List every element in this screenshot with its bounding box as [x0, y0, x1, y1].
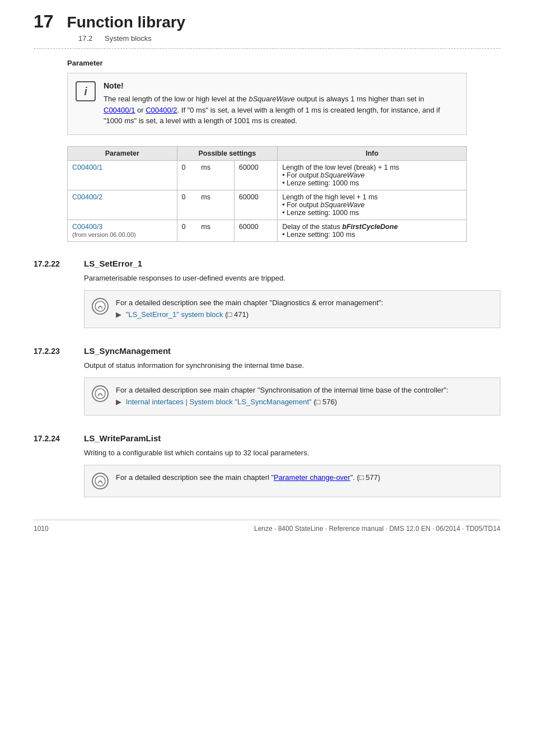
- arrow-icon-23: ▶: [116, 398, 121, 406]
- lenze-logo-22: [92, 298, 109, 315]
- param-sub-3: (from version 06.00.00): [72, 231, 136, 238]
- section-desc-24: Writing to a configurable list which con…: [84, 447, 500, 459]
- info-box-23: For a detailed description see main chap…: [84, 377, 500, 416]
- section-name-23: LS_SyncManagement: [84, 346, 171, 356]
- section-17-2-23: 17.2.23 LS_SyncManagement Output of stat…: [34, 346, 500, 416]
- note-italic: bSquareWave: [249, 95, 294, 103]
- lenze-svg-23: [95, 388, 106, 399]
- section-heading-22: 17.2.22 LS_SetError_1: [34, 259, 500, 268]
- info-link-22: ▶ "LS_SetError_1" system block (□ 471): [116, 310, 249, 319]
- note-text: The real length of the low or high level…: [104, 94, 456, 127]
- lenze-svg-22: [95, 301, 106, 312]
- arrow-icon-22: ▶: [116, 310, 121, 319]
- chapter-header: 17 Function library: [34, 11, 500, 32]
- chapter-title: Function library: [67, 13, 186, 31]
- section-name-22: LS_SetError_1: [84, 259, 142, 268]
- info-content-24: For a detailed description see the main …: [116, 472, 380, 484]
- table-cell-value-2: 0 ms: [177, 190, 234, 220]
- section-desc-23: Output of status information for synchro…: [84, 360, 500, 371]
- page-footer: 1010 Lenze · 8400 StateLine · Reference …: [34, 520, 500, 533]
- table-cell-info-3: Delay of the status bFirstCycleDone • Le…: [278, 220, 467, 241]
- section-desc-22: Parameterisable responses to user-define…: [84, 273, 500, 284]
- section-heading-23: 17.2.23 LS_SyncManagement: [34, 346, 500, 356]
- link-syncmanagement[interactable]: Internal interfaces | System block "LS_S…: [126, 398, 312, 406]
- chapter-number: 17: [34, 11, 54, 32]
- note-box: i Note! The real length of the low or hi…: [67, 73, 467, 135]
- note-content: Note! The real length of the low or high…: [104, 81, 456, 127]
- table-cell-max-3: 60000: [234, 220, 277, 241]
- section-17-2-24: 17.2.24 LS_WriteParamList Writing to a c…: [34, 433, 500, 498]
- subheader-number: 17.2: [78, 34, 92, 43]
- link-paramchangeover[interactable]: Parameter change-over: [274, 473, 350, 482]
- table-cell-param-1: C00400/1: [68, 160, 177, 190]
- info-icon: i: [76, 81, 96, 101]
- parameter-label: Parameter: [67, 59, 500, 67]
- info-content-22: For a detailed description see the main …: [116, 297, 383, 321]
- table-row: C00400/3 (from version 06.00.00) 0 ms 60…: [68, 220, 467, 241]
- table-header-info: Info: [278, 146, 467, 160]
- section-heading-24: 17.2.24 LS_WriteParamList: [34, 433, 500, 443]
- lenze-icon-23: [91, 385, 109, 403]
- info-link-23: ▶ Internal interfaces | System block "LS…: [116, 398, 337, 406]
- table-cell-param-3: C00400/3 (from version 06.00.00): [68, 220, 177, 241]
- section-17-2-22: 17.2.22 LS_SetError_1 Parameterisable re…: [34, 259, 500, 328]
- publication-info: Lenze · 8400 StateLine · Reference manua…: [254, 525, 500, 533]
- page-container: 17 Function library 17.2 System blocks P…: [0, 0, 534, 555]
- table-cell-info-2: Length of the high level + 1 ms • For ou…: [278, 190, 467, 220]
- lenze-icon-24: [91, 472, 109, 490]
- section-divider: [34, 48, 500, 49]
- page-number: 1010: [34, 525, 49, 533]
- link-seterror[interactable]: "LS_SetError_1" system block: [126, 310, 223, 319]
- table-cell-max-2: 60000: [234, 190, 277, 220]
- info-box-24: For a detailed description see the main …: [84, 465, 500, 497]
- note-link-1[interactable]: C00400/1: [104, 106, 135, 114]
- table-cell-info-1: Length of the low level (break) + 1 ms •…: [278, 160, 467, 190]
- subheader-title: System blocks: [105, 34, 152, 43]
- table-row: C00400/1 0 ms 60000 Length of the low le…: [68, 160, 467, 190]
- subheader: 17.2 System blocks: [78, 34, 500, 43]
- lenze-svg-24: [95, 475, 106, 487]
- section-num-22: 17.2.22: [34, 259, 73, 268]
- info-box-22: For a detailed description see the main …: [84, 290, 500, 328]
- table-cell-value-1: 0 ms: [177, 160, 234, 190]
- note-link-2[interactable]: C00400/2: [146, 106, 177, 114]
- info-content-23: For a detailed description see main chap…: [116, 385, 448, 408]
- section-num-24: 17.2.24: [34, 434, 73, 443]
- lenze-logo-24: [92, 473, 109, 489]
- table-cell-max-1: 60000: [234, 160, 277, 190]
- table-header-parameter: Parameter: [68, 146, 177, 160]
- param-link-2[interactable]: C00400/2: [72, 193, 102, 201]
- section-name-24: LS_WriteParamList: [84, 433, 161, 443]
- lenze-icon-22: [91, 297, 109, 315]
- table-row: C00400/2 0 ms 60000 Length of the high l…: [68, 190, 467, 220]
- table-header-possible-settings: Possible settings: [177, 146, 278, 160]
- section-num-23: 17.2.23: [34, 347, 73, 356]
- param-link-1[interactable]: C00400/1: [72, 164, 102, 171]
- lenze-logo-23: [92, 385, 109, 402]
- param-link-3[interactable]: C00400/3: [72, 223, 102, 231]
- table-cell-param-2: C00400/2: [68, 190, 177, 220]
- parameter-table: Parameter Possible settings Info C00400/…: [67, 146, 467, 242]
- table-cell-value-3: 0 ms: [177, 220, 234, 241]
- note-title: Note!: [104, 81, 456, 90]
